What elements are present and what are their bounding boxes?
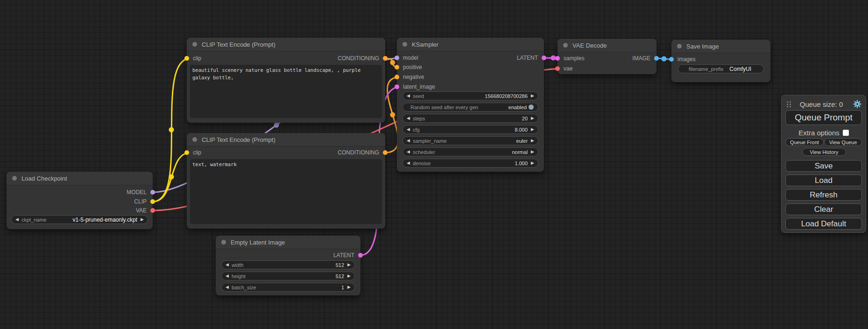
increment-icon[interactable]: ▶ xyxy=(531,116,534,120)
node-clip-text-encode-positive: CLIP Text Encode (Prompt) clip CONDITION… xyxy=(187,38,385,123)
load-default-button[interactable]: Load Default xyxy=(785,218,862,230)
output-label: MODEL xyxy=(127,189,147,196)
input-dot-positive[interactable] xyxy=(395,65,399,70)
node-title-bar[interactable]: Save Image xyxy=(671,40,770,53)
refresh-button[interactable]: Refresh xyxy=(785,189,862,201)
node-title-bar[interactable]: KSampler xyxy=(397,38,544,51)
increment-icon[interactable]: ▶ xyxy=(531,161,534,165)
input-slot-latent-image: latent_image xyxy=(397,83,544,91)
queue-front-button[interactable]: Queue Front xyxy=(785,138,824,146)
increment-icon[interactable]: ▶ xyxy=(347,285,351,289)
node-title: Load Checkpoint xyxy=(21,175,67,182)
extra-options-row: Extra options xyxy=(782,128,866,137)
extra-options-label: Extra options xyxy=(798,129,840,137)
output-dot-conditioning[interactable] xyxy=(383,56,388,61)
increment-icon[interactable]: ▶ xyxy=(531,127,534,132)
node-title-bar[interactable]: Empty Latent Image xyxy=(216,236,360,249)
node-load-checkpoint: Load Checkpoint MODEL CLIP VAE ◀ ckpt_na… xyxy=(7,172,153,229)
link-midpoint-dot xyxy=(662,56,667,62)
output-label: CLIP xyxy=(134,198,147,205)
collapse-dot-icon[interactable] xyxy=(221,240,226,245)
next-arrow-icon[interactable]: ▶ xyxy=(531,150,534,154)
node-title-bar[interactable]: Load Checkpoint xyxy=(7,172,153,185)
decrement-icon[interactable]: ◀ xyxy=(226,285,229,289)
output-dot-vae[interactable] xyxy=(150,208,155,213)
input-dot-negative[interactable] xyxy=(395,75,399,79)
output-label: CONDITIONING xyxy=(338,55,379,62)
enabled-toggle-icon[interactable] xyxy=(529,105,534,110)
next-arrow-icon[interactable]: ▶ xyxy=(531,139,534,143)
collapse-dot-icon[interactable] xyxy=(402,42,407,47)
ckpt-name-selector[interactable]: ◀ ckpt_name v1-5-pruned-emaonly.ckpt ▶ xyxy=(11,215,148,224)
increment-icon[interactable]: ▶ xyxy=(347,263,351,267)
width-widget[interactable]: ◀ width 512 ▶ xyxy=(221,260,355,269)
cfg-widget[interactable]: ◀ cfg 8.000 ▶ xyxy=(402,125,538,134)
input-slot-images: images xyxy=(671,56,770,63)
collapse-dot-icon[interactable] xyxy=(12,176,17,181)
clear-button[interactable]: Clear xyxy=(785,203,862,215)
input-slot-vae: vae xyxy=(557,65,656,72)
node-title-bar[interactable]: CLIP Text Encode (Prompt) xyxy=(187,38,385,51)
output-dot-model[interactable] xyxy=(150,190,155,195)
output-dot-latent[interactable] xyxy=(358,253,363,258)
steps-widget[interactable]: ◀ steps 20 ▶ xyxy=(402,114,538,123)
positive-prompt-textarea[interactable]: beautiful scenery nature glass bottle la… xyxy=(190,65,382,118)
node-title: Save Image xyxy=(686,43,719,50)
seed-widget[interactable]: ◀ seed 156680208700286 ▶ xyxy=(402,91,538,100)
queue-size-label: Queue size: 0 xyxy=(791,100,851,108)
collapse-dot-icon[interactable] xyxy=(192,42,197,47)
prev-arrow-icon[interactable]: ◀ xyxy=(407,150,410,154)
input-label: negative xyxy=(403,74,424,80)
load-button[interactable]: Load xyxy=(785,175,862,186)
extra-options-checkbox[interactable] xyxy=(843,130,849,136)
prev-arrow-icon[interactable]: ◀ xyxy=(15,217,19,222)
node-title-bar[interactable]: CLIP Text Encode (Prompt) xyxy=(187,133,385,147)
output-dot-image[interactable] xyxy=(654,56,659,61)
node-vae-decode: VAE Decode samples IMAGE vae xyxy=(557,39,656,74)
input-dot-vae[interactable] xyxy=(555,66,560,71)
node-clip-text-encode-negative: CLIP Text Encode (Prompt) clip CONDITION… xyxy=(187,133,385,229)
output-dot-clip[interactable] xyxy=(150,199,155,204)
drag-handle-icon[interactable] xyxy=(787,101,791,107)
node-title: CLIP Text Encode (Prompt) xyxy=(202,41,275,48)
widget-label: height xyxy=(232,273,246,279)
sampler-name-widget[interactable]: ◀ sampler_name euler ▶ xyxy=(402,136,538,145)
collapse-dot-icon[interactable] xyxy=(192,137,197,142)
settings-gear-icon[interactable] xyxy=(853,100,861,108)
input-dot-images[interactable] xyxy=(669,57,674,62)
input-dot-latent-image[interactable] xyxy=(395,84,399,89)
output-dot-latent[interactable] xyxy=(542,56,546,60)
node-title-bar[interactable]: VAE Decode xyxy=(557,39,656,52)
queue-prompt-button[interactable]: Queue Prompt xyxy=(785,110,862,125)
random-seed-toggle-widget[interactable]: Random seed after every gen enabled xyxy=(402,103,538,112)
widget-label: denoise xyxy=(413,161,431,166)
save-button[interactable]: Save xyxy=(785,160,862,172)
node-save-image: Save Image images filename_prefix ComfyU… xyxy=(671,40,770,82)
height-widget[interactable]: ◀ height 512 ▶ xyxy=(221,272,355,280)
filename-prefix-widget[interactable]: filename_prefix ComfyUI xyxy=(678,64,764,73)
decrement-icon[interactable]: ◀ xyxy=(407,94,410,98)
scheduler-widget[interactable]: ◀ scheduler normal ▶ xyxy=(402,147,538,156)
batch-size-widget[interactable]: ◀ batch_size 1 ▶ xyxy=(221,283,355,292)
node-graph-canvas[interactable]: Load Checkpoint MODEL CLIP VAE ◀ ckpt_na… xyxy=(0,0,868,329)
increment-icon[interactable]: ▶ xyxy=(347,274,351,278)
next-arrow-icon[interactable]: ▶ xyxy=(141,217,144,222)
decrement-icon[interactable]: ◀ xyxy=(226,274,229,278)
widget-label: scheduler xyxy=(413,149,435,155)
decrement-icon[interactable]: ◀ xyxy=(407,127,410,132)
decrement-icon[interactable]: ◀ xyxy=(407,116,410,120)
increment-icon[interactable]: ▶ xyxy=(531,94,534,98)
widget-label: sampler_name xyxy=(413,138,447,144)
negative-prompt-textarea[interactable]: text, watermark xyxy=(190,159,382,224)
node-title: VAE Decode xyxy=(572,42,607,49)
prev-arrow-icon[interactable]: ◀ xyxy=(407,139,410,143)
collapse-dot-icon[interactable] xyxy=(563,43,568,48)
decrement-icon[interactable]: ◀ xyxy=(226,263,229,267)
output-dot-conditioning[interactable] xyxy=(383,150,388,155)
collapse-dot-icon[interactable] xyxy=(677,44,682,49)
denoise-widget[interactable]: ◀ denoise 1.000 ▶ xyxy=(402,159,538,168)
view-history-button[interactable]: View History xyxy=(802,148,846,156)
widget-value: 512 xyxy=(336,273,344,279)
view-queue-button[interactable]: View Queue xyxy=(824,138,862,146)
decrement-icon[interactable]: ◀ xyxy=(407,161,410,165)
